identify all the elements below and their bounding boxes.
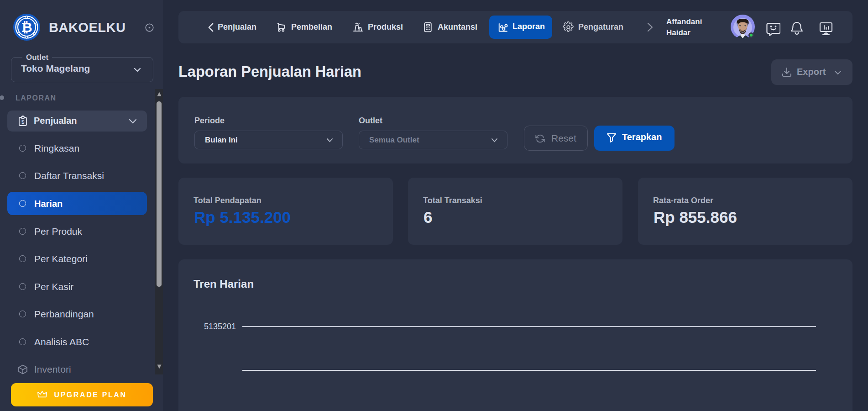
svg-text:$: $	[21, 119, 24, 125]
svg-text:₿: ₿	[21, 20, 32, 35]
